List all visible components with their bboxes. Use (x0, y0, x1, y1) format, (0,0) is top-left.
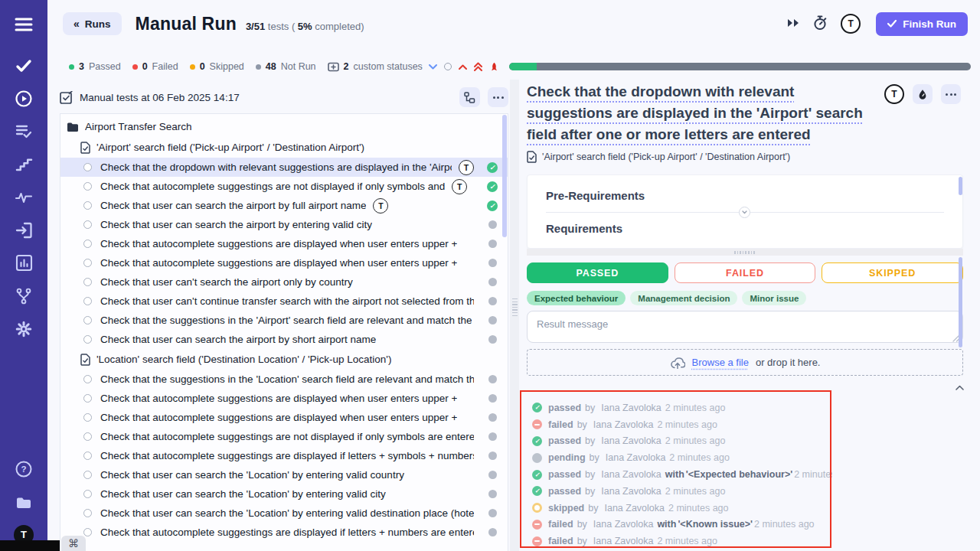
priority-normal-icon[interactable] (444, 63, 452, 70)
testomat-badge-icon[interactable]: T (884, 84, 904, 104)
chevron-down-icon[interactable] (429, 64, 437, 70)
suite-row[interactable]: 'Airport' search field ('Pick-up Airport… (60, 137, 508, 158)
topbar: « Runs Manual Run 3/51 tests ( 5% comple… (47, 0, 980, 47)
test-radio[interactable] (83, 163, 92, 171)
history-entry: skipped by Iana Zavoloka 2 minutes ago (532, 500, 832, 517)
result-button[interactable]: SKIPPED (822, 262, 963, 283)
check-icon[interactable] (0, 49, 47, 82)
test-row[interactable]: Check that autocomplete suggestings are … (60, 523, 508, 542)
card-scrollbar-thumb[interactable] (959, 177, 962, 195)
result-tag[interactable]: Management decision (630, 291, 737, 305)
result-message-input[interactable] (527, 311, 963, 343)
detail-resizer[interactable] (527, 249, 963, 256)
collapse-history-chevron[interactable] (956, 380, 964, 393)
result-tag[interactable]: Minor issue (742, 291, 806, 305)
history-user: Iana Zavoloka (601, 435, 662, 446)
collapse-section-button[interactable] (739, 207, 750, 218)
detail-more-button[interactable] (941, 84, 961, 104)
help-icon[interactable]: ? (0, 452, 47, 485)
tree-view-toggle-button[interactable] (459, 87, 480, 107)
history-entry: passed by Iana Zavoloka 2 minutes ago (532, 399, 832, 416)
test-radio[interactable] (83, 201, 92, 210)
test-radio[interactable] (83, 528, 92, 536)
upload-cloud-icon (670, 357, 685, 369)
menu-icon[interactable] (0, 6, 47, 43)
test-row[interactable]: Check that user can't search the airport… (60, 272, 508, 292)
test-radio[interactable] (83, 394, 92, 403)
folder-row[interactable]: Airport Transfer Search (60, 116, 508, 137)
test-row[interactable]: Check that autocomplete suggestions are … (60, 408, 508, 427)
result-button[interactable]: PASSED (527, 262, 668, 283)
run-list-icon[interactable] (0, 115, 47, 148)
fast-forward-icon[interactable] (787, 17, 799, 31)
test-radio[interactable] (83, 432, 92, 441)
result-button[interactable]: FAILED (675, 262, 816, 283)
test-radio[interactable] (83, 259, 92, 267)
tree-scrollbar-thumb[interactable] (502, 115, 507, 237)
test-label: Check that user can search the airport b… (100, 219, 372, 230)
status-dot (256, 64, 261, 70)
browse-file-link[interactable]: Browse a file (692, 357, 749, 368)
test-radio[interactable] (83, 490, 92, 498)
test-row[interactable]: Check that user can search the 'Location… (60, 465, 508, 484)
test-row[interactable]: Check that user can search the 'Location… (60, 484, 508, 504)
test-row[interactable]: Check that user can't continue transfer … (60, 292, 508, 311)
with-word: with (657, 519, 676, 530)
test-radio[interactable] (83, 182, 92, 191)
test-row[interactable]: Check that the suggestions in the 'Locat… (60, 370, 508, 389)
timer-button[interactable] (913, 84, 933, 104)
sitemap-icon (464, 92, 475, 103)
sign-in-icon[interactable] (0, 214, 47, 246)
tree-more-button[interactable] (488, 87, 508, 107)
panel-scrollbar-thumb[interactable] (959, 257, 962, 347)
test-radio[interactable] (83, 375, 92, 383)
test-label: Check that the dropdown with relevant su… (100, 161, 452, 173)
test-detail-title[interactable]: Check that the dropdown with relevant su… (527, 81, 884, 145)
finish-run-button[interactable]: Finish Run (876, 12, 968, 36)
branch-icon[interactable] (0, 279, 47, 312)
priority-high-icon[interactable] (459, 64, 467, 70)
test-row[interactable]: Check that user can search the airport b… (60, 215, 508, 234)
test-radio[interactable] (83, 316, 92, 324)
file-dropzone[interactable]: Browse a file or drop it here. (527, 349, 963, 376)
test-radio[interactable] (83, 240, 92, 248)
test-row[interactable]: Check that the suggestions in the 'Airpo… (60, 311, 508, 330)
requirements-card: Pre-Requirements Requirements (527, 174, 963, 249)
test-radio[interactable] (83, 452, 92, 460)
test-row[interactable]: Check that user can search the 'Location… (60, 504, 508, 523)
test-radio[interactable] (83, 509, 92, 517)
test-row[interactable]: Check that autocomplete suggestions are … (60, 234, 508, 253)
history-status-icon (532, 453, 542, 463)
analytics-icon[interactable] (0, 246, 47, 279)
test-row[interactable]: Check that autocomplete suggestions are … (60, 389, 508, 408)
test-row[interactable]: Check that autocomplete suggestings are … (60, 427, 508, 446)
test-row[interactable]: Check that user can search the airport b… (60, 330, 508, 349)
stopwatch-icon[interactable] (812, 15, 828, 34)
test-radio[interactable] (83, 413, 92, 422)
test-row[interactable]: Check that autocomplete suggestings are … (60, 446, 508, 465)
test-row[interactable]: Check that autocomplete suggestings are … (60, 177, 508, 196)
panel-resizer[interactable] (510, 80, 519, 551)
result-tag[interactable]: Expected behaviour (527, 291, 626, 305)
suite-row[interactable]: 'Location' search field ('Destination Lo… (60, 349, 508, 370)
play-circle-icon[interactable] (0, 82, 47, 115)
priority-critical-rocket-icon[interactable] (489, 62, 499, 72)
projects-icon[interactable] (0, 485, 47, 518)
requirements-heading: Requirements (546, 222, 962, 235)
priority-higher-icon[interactable] (474, 62, 482, 71)
test-row[interactable]: Check that user can search the airport b… (60, 196, 508, 215)
folder-icon (67, 122, 79, 132)
test-radio[interactable] (83, 471, 92, 479)
test-radio[interactable] (83, 335, 92, 344)
activity-icon[interactable] (0, 181, 47, 214)
test-radio[interactable] (83, 220, 92, 229)
history-status-icon (532, 520, 542, 530)
test-row[interactable]: Check that autocomplete suggestions are … (60, 253, 508, 272)
test-radio[interactable] (83, 297, 92, 305)
back-to-runs-button[interactable]: « Runs (63, 12, 122, 35)
steps-icon[interactable] (0, 148, 47, 181)
test-radio[interactable] (83, 278, 92, 286)
test-row[interactable]: Check that the dropdown with relevant su… (60, 158, 508, 177)
settings-gear-icon[interactable] (0, 312, 47, 345)
testomat-badge-icon[interactable]: T (841, 14, 861, 34)
